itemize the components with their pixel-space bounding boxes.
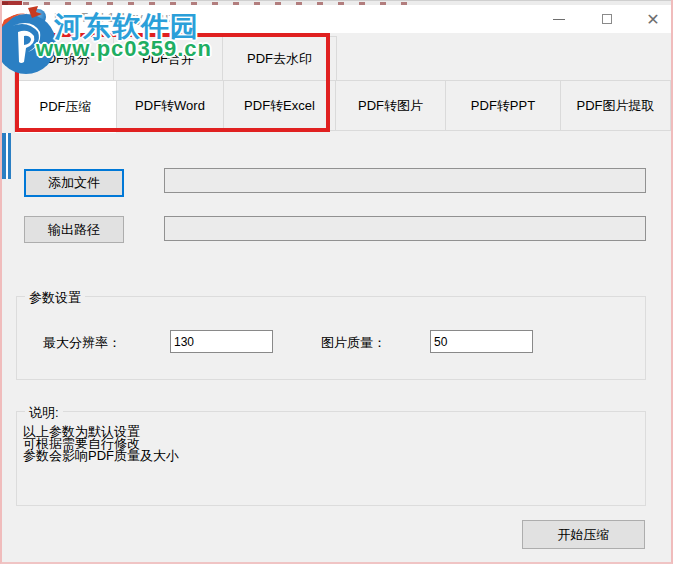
file-path-field[interactable] — [164, 168, 646, 193]
image-quality-input[interactable] — [430, 330, 533, 353]
minimize-button[interactable] — [542, 5, 576, 33]
app-icon — [30, 9, 46, 25]
window-title: PDFTool 1.4 by houze — [54, 10, 182, 25]
tab-label: PDF图片提取 — [577, 97, 655, 115]
tab-pdf-to-ppt[interactable]: PDF转PPT — [445, 80, 561, 131]
tab-label: PDF转PPT — [471, 97, 535, 115]
add-file-button[interactable]: 添加文件 — [24, 169, 124, 197]
max-resolution-input[interactable] — [170, 330, 273, 353]
maximize-button[interactable] — [590, 5, 624, 33]
parameters-group-label: 参数设置 — [25, 289, 85, 307]
image-quality-label: 图片质量： — [321, 334, 386, 352]
watermark-fragment — [2, 133, 11, 179]
tab-pdf-image-extract[interactable]: PDF图片提取 — [560, 80, 671, 131]
tab-pdf-to-image[interactable]: PDF转图片 — [335, 80, 446, 131]
parameters-groupbox: 参数设置 最大分辨率： 图片质量： — [16, 296, 646, 380]
notes-groupbox: 说明: 以上参数为默认设置 可根据需要自行修改 参数会影响PDF质量及大小 — [16, 411, 646, 506]
output-path-button[interactable]: 输出路径 — [24, 216, 124, 243]
minimize-icon — [553, 19, 565, 20]
title-bar: PDFTool 1.4 by houze ✕ — [2, 5, 671, 33]
red-highlight-rectangle — [15, 33, 330, 132]
close-button[interactable]: ✕ — [636, 5, 670, 33]
maximize-icon — [602, 14, 612, 24]
screenshot-edge-strip — [2, 0, 673, 5]
start-compress-button[interactable]: 开始压缩 — [522, 520, 645, 549]
close-icon: ✕ — [646, 10, 659, 29]
edge-artifact-marks — [2, 2, 410, 5]
tab-label: PDF转图片 — [358, 97, 423, 115]
notes-group-label: 说明: — [25, 404, 63, 422]
max-resolution-label: 最大分辨率： — [43, 334, 121, 352]
output-path-field[interactable] — [164, 216, 646, 241]
notes-text: 以上参数为默认设置 可根据需要自行修改 参数会影响PDF质量及大小 — [23, 426, 179, 462]
